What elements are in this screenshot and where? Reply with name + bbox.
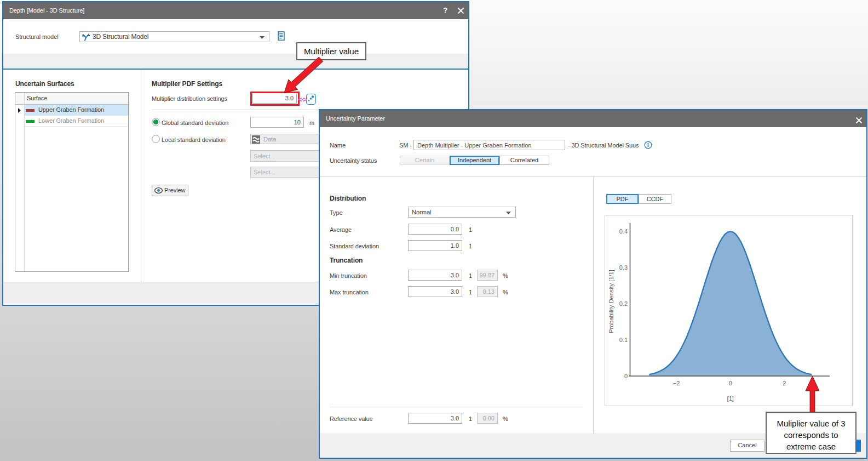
svg-text:2: 2 bbox=[783, 380, 786, 386]
svg-text:0.2: 0.2 bbox=[619, 300, 628, 307]
svg-text:0: 0 bbox=[729, 380, 732, 386]
svg-text:[1]: [1] bbox=[727, 395, 734, 402]
svg-text:0.1: 0.1 bbox=[619, 337, 628, 343]
svg-text:0: 0 bbox=[624, 373, 628, 379]
svg-text:−2: −2 bbox=[673, 380, 680, 386]
svg-text:0.4: 0.4 bbox=[619, 228, 628, 235]
svg-text:Probability Density [1/1]: Probability Density [1/1] bbox=[608, 270, 614, 333]
svg-text:0.3: 0.3 bbox=[619, 264, 628, 271]
